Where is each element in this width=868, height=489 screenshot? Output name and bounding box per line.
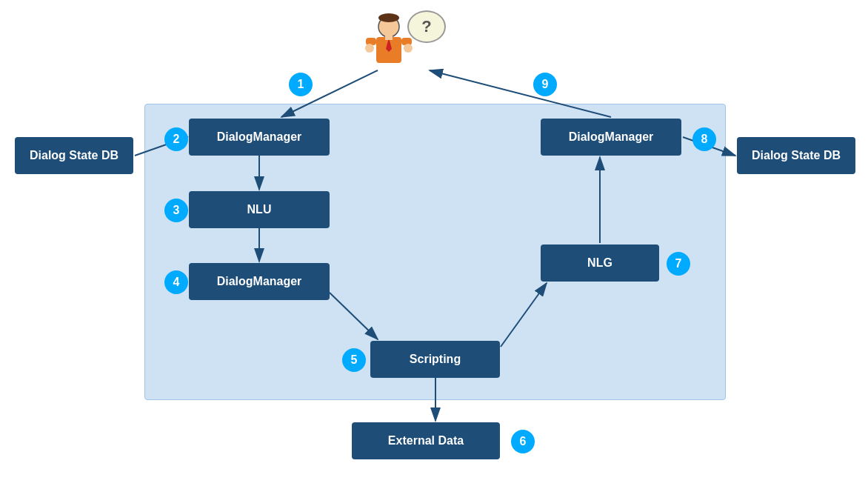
number-2: 2 [164,127,188,151]
number-7: 7 [667,252,690,276]
number-5: 5 [342,348,366,372]
external-data: External Data [352,422,500,459]
question-mark: ? [421,17,431,36]
scripting: Scripting [370,341,500,378]
dialog-manager-left-bottom: DialogManager [189,263,330,300]
dialog-manager-right: DialogManager [541,119,681,156]
number-4: 4 [164,270,188,294]
dialog-manager-left-top: DialogManager [189,119,330,156]
svg-rect-4 [385,36,393,40]
dialog-state-db-right: Dialog State DB [737,137,855,174]
speech-bubble: ? [407,10,446,43]
number-1: 1 [289,73,313,96]
nlg: NLG [541,245,659,282]
number-6: 6 [511,430,535,453]
diagram-container: ? Dialog State DB Dialog State DB Dialog… [0,0,868,489]
svg-point-7 [365,44,374,53]
dialog-state-db-left: Dialog State DB [15,137,133,174]
nlu: NLU [189,191,330,228]
number-9: 9 [533,73,557,96]
number-8: 8 [692,127,716,151]
svg-point-8 [404,44,413,53]
svg-point-1 [378,13,399,22]
number-3: 3 [164,199,188,222]
